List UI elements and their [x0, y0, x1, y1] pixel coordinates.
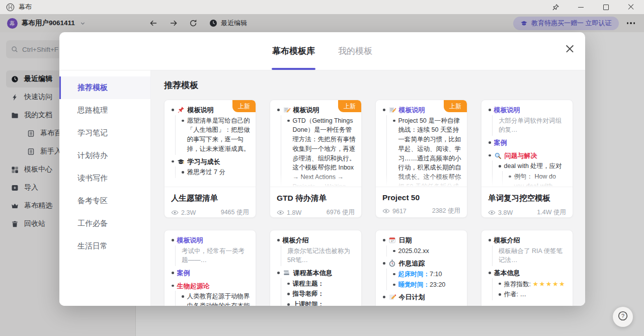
close-icon	[628, 4, 634, 10]
line-text: 睡觉时间：23:20	[398, 280, 446, 290]
line-text: 学习与成长	[188, 157, 220, 167]
pushpin-icon	[177, 106, 185, 114]
card-preview: 模板说明GTD（Getting Things Done）是一种任务管理方法：先把…	[270, 100, 361, 187]
template-stats: 3.8W1.4W 使用	[488, 208, 566, 217]
line-text: 模板说明	[293, 105, 319, 115]
line-text: 上课时间：	[293, 300, 325, 306]
outline-line: 2025.02.xx	[380, 246, 461, 256]
tab-template-library[interactable]: 幕布模板库	[272, 32, 315, 70]
outline-line: 模板说明	[169, 235, 250, 245]
outline-line: 模板说明	[486, 105, 567, 115]
category-item-2[interactable]: 学习笔记	[59, 122, 150, 144]
svg-text:?: ?	[621, 313, 624, 319]
template-title: 人生愿望清单	[171, 193, 249, 204]
template-card[interactable]: 模板介绍模板融合了 RIA 便签笔记法…基本信息推荐指数: ★★★★★作者: …	[481, 230, 573, 306]
magnifier-icon	[494, 152, 502, 159]
template-card[interactable]: 模板介绍康奈尔笔记法也被称为5R笔…课程基本信息课程主题：指导老师：上课时间：	[270, 230, 362, 306]
line-text: 2025.02.xx	[398, 246, 429, 256]
card-preview: 模板说明愿望清单是写给自己的「人生地图」：把想做的事写下来，逐一勾掉，让未来逐渐…	[165, 100, 256, 187]
template-title: GTD 待办清单	[277, 193, 355, 204]
new-badge: 上新	[338, 100, 361, 112]
new-badge: 上新	[444, 100, 467, 112]
line-text: 模板说明	[188, 105, 214, 115]
line-text: 生物起源论	[177, 281, 210, 291]
line-text: 模板说明	[399, 105, 425, 115]
template-card[interactable]: 上新模板说明GTD（Getting Things Done）是一种任务管理方法：…	[270, 100, 362, 218]
bullet-dot	[489, 109, 491, 111]
tab-label: 幕布模板库	[272, 45, 315, 57]
template-card[interactable]: 上新模板说明愿望清单是写给自己的「人生地图」：把想做的事写下来，逐一勾掉，让未来…	[164, 100, 256, 218]
card-footer: 人生愿望清单2.3W9465 使用	[165, 187, 256, 217]
category-item-1[interactable]: 思路梳理	[59, 99, 150, 122]
category-item-6[interactable]: 工作必备	[59, 212, 150, 235]
maximize-button[interactable]	[602, 3, 610, 11]
outline-line: 生物起源论	[169, 281, 250, 291]
close-window-button[interactable]	[627, 3, 635, 11]
use-count: 2382 使用	[432, 207, 460, 215]
template-title: Project 50	[382, 193, 460, 202]
pin-icon[interactable]	[551, 3, 559, 11]
bullet-dot	[509, 176, 511, 178]
line-text: 康奈尔笔记法也被称为5R笔…	[287, 246, 356, 266]
line-text: deal with 处理，应对	[504, 161, 562, 171]
outline-line: 作者: …	[486, 290, 567, 299]
tab-label: 我的模板	[338, 45, 372, 57]
grad-cap-icon	[177, 158, 185, 165]
outline-line: 康奈尔笔记法也被称为5R笔…	[274, 246, 356, 266]
use-count: 1.4W 使用	[537, 208, 566, 217]
template-card-grid: 上新模板说明愿望清单是写给自己的「人生地图」：把想做的事写下来，逐一勾掉，让未来…	[164, 100, 573, 306]
template-stats: 1.8W6976 使用	[277, 208, 355, 217]
bullet-dot	[489, 141, 491, 144]
line-text: 雅思考过 7 分	[187, 167, 225, 177]
outline-line: 模板融合了 RIA 便签笔记法…	[486, 246, 567, 266]
bullet-dot	[172, 285, 174, 287]
outline-line: 案例	[486, 138, 567, 148]
outline-line: deal with 处理，应对	[486, 161, 567, 171]
template-stats: 2.3W9465 使用	[171, 208, 249, 217]
bullet-dot	[172, 160, 174, 163]
svg-text:17: 17	[390, 239, 393, 242]
outline-line: 课程基本信息	[274, 268, 356, 278]
category-item-4[interactable]: 读书写作	[59, 167, 150, 190]
view-count: 1.8W	[277, 209, 301, 216]
template-card[interactable]: 模板说明考试中，经常有一类考题——…案例生物起源论人类教育起源于动物界中各类动物…	[164, 230, 256, 306]
card-preview: 模板说明Project 50 是一种自律挑战：连续 50 天坚持一套简单的习惯，…	[376, 100, 467, 187]
line-text: 案例	[177, 268, 190, 278]
line-text: 指导老师：	[293, 289, 325, 299]
outline-line: 基本信息	[486, 268, 567, 278]
card-footer: GTD 待办清单1.8W6976 使用	[270, 187, 361, 217]
line-text: 例句： How do you deal with stress at work?	[514, 172, 568, 187]
window-controls	[551, 3, 638, 11]
modal-body: 推荐模板思路梳理学习笔记计划待办读书写作备考专区工作必备生活日常 推荐模板 上新…	[59, 70, 585, 306]
category-item-7[interactable]: 生活日常	[59, 235, 150, 258]
modal-close-button[interactable]	[565, 44, 574, 53]
line-text: 问题与解决	[505, 151, 537, 161]
template-card[interactable]: 模板说明大部分单词软件对词组的复…案例问题与解决deal with 处理，应对例…	[481, 100, 573, 218]
section-title: 推荐模板	[164, 79, 573, 92]
outline-line: 大部分单词软件对词组的复…	[486, 116, 567, 135]
minimize-button[interactable]	[577, 3, 585, 11]
outline-line: GTD（Getting Things Done）是一种任务管理方法：先把所有事情…	[274, 116, 356, 187]
bullet-dot	[499, 165, 501, 167]
use-count: 6976 使用	[327, 208, 355, 217]
bullet-dot	[277, 272, 280, 274]
category-item-3[interactable]: 计划待办	[59, 144, 150, 167]
app-window: 幕布 幕 幕布用户9061411 最近编辑 教育特惠买一赠一 立即认证	[0, 0, 644, 336]
line-text: 课程基本信息	[293, 268, 333, 278]
template-card[interactable]: 上新模板说明Project 50 是一种自律挑战：连续 50 天坚持一套简单的习…	[375, 100, 467, 218]
bullet-dot	[277, 109, 280, 111]
app-title: 幕布	[19, 3, 32, 12]
tab-my-templates[interactable]: 我的模板	[338, 32, 372, 70]
bullet-dot	[383, 239, 385, 241]
help-button[interactable]: ?	[613, 307, 633, 327]
line-text: 课程主题：	[293, 279, 325, 289]
outline-line: 问题与解决	[486, 151, 567, 161]
bullet-dot	[182, 171, 184, 174]
category-item-5[interactable]: 备考专区	[59, 190, 150, 212]
outline-line: 睡觉时间：23:20	[380, 280, 461, 290]
template-card[interactable]: 17日期2025.02.xx作息追踪起床时间：7:10睡觉时间：23:20今日计…	[375, 230, 467, 306]
bullet-dot	[489, 154, 491, 157]
outline-line: 案例	[169, 268, 250, 278]
category-item-0[interactable]: 推荐模板	[59, 76, 150, 99]
outline-line: 今日计划	[380, 292, 461, 302]
